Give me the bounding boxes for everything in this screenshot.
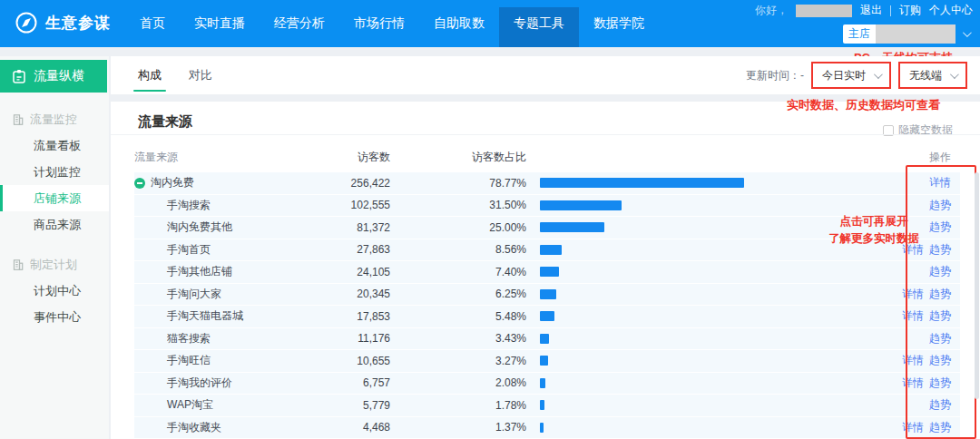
trend-link[interactable]: 趋势 [929, 398, 951, 411]
row-source-name[interactable]: 手淘天猫电器城 [134, 308, 270, 324]
row-source-name[interactable]: 手淘搜索 [134, 198, 270, 213]
tab-compare[interactable]: 对比 [189, 56, 212, 94]
share-bar-cell [526, 178, 855, 188]
share-bar [540, 200, 622, 210]
hide-empty-toggle[interactable]: 隐藏空数据 [883, 122, 953, 138]
detail-link[interactable]: 详情 [902, 354, 924, 366]
sidebar-group-title: 制定计划 [0, 252, 109, 278]
tab-composition[interactable]: 构成 [138, 56, 162, 94]
detail-link[interactable]: 详情 [902, 288, 924, 300]
row-source-name[interactable]: 淘内免费 [134, 175, 270, 190]
source-name-text: 手淘首页 [167, 242, 211, 258]
row-visitor-share: 6.25% [390, 288, 526, 300]
nav-item[interactable]: 市场行情 [339, 7, 419, 47]
trend-link[interactable]: 趋势 [929, 199, 951, 211]
sidebar-item[interactable]: 流量看板 [0, 132, 109, 159]
table-row: 淘内免费256,42278.77%详情 [134, 172, 960, 195]
traffic-source-panel: 流量来源 实时数据、历史数据均可查看 隐藏空数据 流量来源 访客数 访客数占比 … [111, 102, 980, 439]
sidebar-group: 流量监控流量看板计划监控店铺来源商品来源 [0, 107, 109, 238]
greeting-text: 你好， [755, 3, 788, 18]
col-visitors: 访客数 [270, 150, 390, 165]
row-source-name[interactable]: 淘内免费其他 [134, 220, 270, 235]
row-source-name[interactable]: 手淘其他店铺 [134, 264, 270, 279]
row-actions: 趋势 [855, 397, 960, 413]
date-range-select[interactable]: 今日实时 [811, 62, 891, 89]
source-name-text: 猫客搜索 [167, 331, 211, 346]
nav-item[interactable]: 自助取数 [419, 7, 499, 47]
row-visitors: 24,105 [270, 266, 390, 278]
sidebar-group-title: 流量监控 [0, 107, 109, 132]
utility-link[interactable]: 退出 [860, 3, 882, 18]
shop-selector[interactable]: 主店 [843, 24, 969, 44]
sidebar-group: 制定计划计划中心事件中心 [0, 252, 109, 330]
source-name-text: 手淘我的评价 [167, 376, 232, 391]
annotation-expand-note: 点击可再展开 了解更多实时数据 [797, 213, 951, 248]
panel-title: 流量来源 [138, 113, 192, 131]
trend-link[interactable]: 趋势 [929, 288, 951, 300]
detail-link[interactable]: 详情 [902, 309, 924, 322]
detail-link[interactable]: 详情 [929, 176, 951, 189]
brand-logo[interactable]: 生意参谋 [15, 11, 111, 34]
sidebar-item[interactable]: 店铺来源 [0, 185, 109, 211]
trend-link[interactable]: 趋势 [929, 309, 951, 322]
nav-item[interactable]: 数据学院 [579, 7, 659, 47]
row-source-name[interactable]: 手淘问大家 [134, 287, 270, 302]
annotation-expand-line2: 了解更多实时数据 [797, 230, 951, 248]
share-bar-cell [526, 356, 855, 366]
toolbar-right: 更新时间：- 今日实时 无线端 [746, 56, 967, 94]
share-bar-cell [526, 400, 855, 410]
sidebar-item[interactable]: 事件中心 [0, 304, 109, 330]
row-source-name[interactable]: 手淘首页 [134, 242, 270, 258]
trend-link[interactable]: 趋势 [929, 354, 951, 366]
trend-link[interactable]: 趋势 [929, 376, 951, 389]
divider [890, 5, 891, 16]
row-visitors: 6,757 [270, 376, 390, 389]
row-source-name[interactable]: 手淘收藏夹 [134, 420, 270, 435]
row-visitor-share: 31.50% [390, 199, 526, 211]
nav-item[interactable]: 专题工具 [499, 7, 579, 47]
sidebar-product-header[interactable]: 流量纵横 [0, 60, 107, 93]
share-bar [540, 267, 559, 277]
row-source-name[interactable]: 手淘旺信 [134, 353, 270, 368]
sidebar-item[interactable]: 商品来源 [0, 211, 109, 238]
nav-item[interactable]: 经营分析 [260, 7, 339, 47]
trend-link[interactable]: 趋势 [929, 265, 951, 278]
collapse-minus-icon[interactable] [134, 178, 145, 189]
row-visitors: 11,176 [270, 332, 390, 345]
row-visitor-share: 1.78% [390, 399, 526, 412]
row-source-name[interactable]: 手淘我的评价 [134, 376, 270, 391]
share-bar [540, 178, 744, 188]
row-visitors: 102,555 [270, 199, 390, 211]
source-name-text: 手淘天猫电器城 [167, 308, 243, 324]
tabs: 构成 对比 [138, 56, 212, 94]
table-row: 手淘其他店铺24,1057.40%趋势 [134, 261, 960, 284]
row-actions: 详情趋势 [855, 353, 960, 368]
sidebar-item[interactable]: 计划监控 [0, 159, 109, 185]
nav-item[interactable]: 首页 [125, 7, 180, 47]
date-range-value: 今日实时 [822, 68, 866, 83]
row-source-name[interactable]: WAP淘宝 [134, 397, 270, 413]
share-bar-cell [526, 289, 855, 299]
sidebar-item[interactable]: 计划中心 [0, 278, 109, 304]
scrollbar[interactable] [975, 172, 979, 399]
sidebar-groups: 流量监控流量看板计划监控店铺来源商品来源 制定计划计划中心事件中心 [0, 107, 109, 330]
terminal-select[interactable]: 无线端 [898, 62, 967, 89]
sidebar-group-label: 制定计划 [30, 257, 77, 273]
utility-link[interactable]: 个人中心 [929, 3, 973, 18]
table-row: 手淘收藏夹4,4681.37%详情趋势 [134, 417, 960, 439]
detail-link[interactable]: 详情 [902, 376, 924, 389]
detail-link[interactable]: 详情 [902, 421, 924, 434]
utility-links: 退出订购个人中心 [860, 3, 973, 18]
nav-item[interactable]: 实时直播 [180, 7, 260, 47]
share-bar-cell [526, 267, 855, 277]
trend-link[interactable]: 趋势 [929, 421, 951, 434]
row-visitors: 17,853 [270, 310, 390, 323]
source-name-text: WAP淘宝 [167, 397, 213, 413]
row-source-name[interactable]: 猫客搜索 [134, 331, 270, 346]
row-visitors: 5,779 [270, 399, 390, 412]
row-visitor-share: 2.08% [390, 376, 526, 389]
utility-link[interactable]: 订购 [899, 3, 921, 18]
table-row: 手淘天猫电器城17,8535.48%详情趋势 [134, 306, 960, 328]
trend-link[interactable]: 趋势 [929, 332, 951, 345]
main-nav: 首页实时直播经营分析市场行情自助取数专题工具数据学院 [125, 7, 659, 47]
